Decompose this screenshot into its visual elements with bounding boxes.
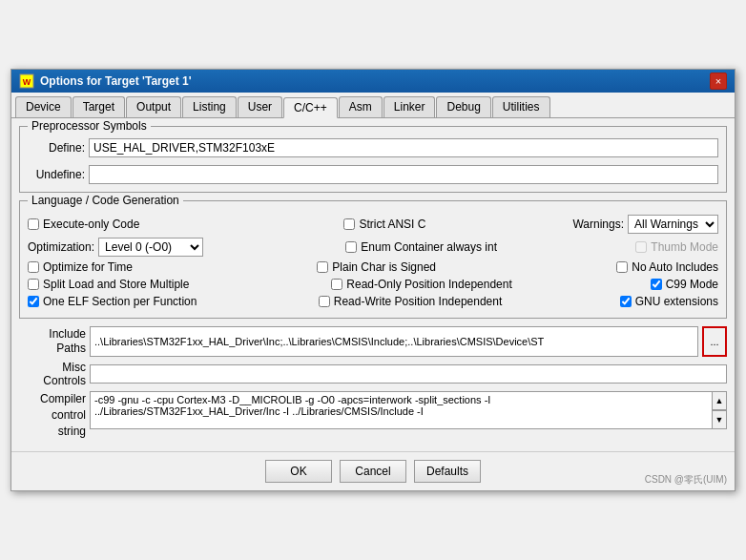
- language-group-title: Language / Code Generation: [28, 194, 183, 207]
- thumb-mode-label: Thumb Mode: [651, 240, 718, 254]
- tab-utilities[interactable]: Utilities: [492, 96, 550, 117]
- c99-mode-checkbox[interactable]: [651, 279, 662, 290]
- split-load-row: Split Load and Store Multiple: [28, 278, 189, 291]
- include-paths-label: Include Paths: [19, 327, 86, 357]
- define-label: Define:: [28, 141, 85, 155]
- warnings-row: Warnings: All Warnings No Warnings Unspe…: [572, 215, 718, 234]
- compiler-input[interactable]: -c99 -gnu -c -cpu Cortex-M3 -D__MICROLIB…: [90, 391, 727, 429]
- optimization-row: Optimization: Level 0 (-O0) Level 1 (-O1…: [28, 238, 203, 257]
- readonly-pos-label: Read-Only Position Independent: [346, 278, 511, 291]
- watermark: CSDN @零氏(UIM): [645, 473, 727, 487]
- plain-char-label: Plain Char is Signed: [332, 260, 436, 274]
- misc-row: Misc Controls: [19, 361, 727, 387]
- bottom-bar: OK Cancel Defaults CSDN @零氏(UIM): [11, 451, 735, 490]
- scroll-down-button[interactable]: ▼: [712, 410, 727, 429]
- main-window: W Options for Target 'Target 1' × Device…: [10, 69, 736, 490]
- no-auto-checkbox[interactable]: [616, 261, 628, 273]
- split-load-checkbox[interactable]: [28, 279, 39, 290]
- optimize-time-label: Optimize for Time: [43, 260, 133, 274]
- ok-button[interactable]: OK: [265, 460, 332, 483]
- optimize-time-checkbox[interactable]: [28, 261, 39, 273]
- tab-linker[interactable]: Linker: [383, 96, 436, 117]
- warnings-label: Warnings:: [572, 218, 624, 231]
- tab-debug[interactable]: Debug: [436, 96, 490, 117]
- tab-target[interactable]: Target: [73, 96, 125, 117]
- plain-char-row: Plain Char is Signed: [317, 260, 436, 274]
- undefine-label: Undefine:: [28, 168, 85, 181]
- close-button[interactable]: ×: [710, 73, 727, 90]
- cancel-button[interactable]: Cancel: [340, 460, 406, 483]
- preprocessor-group-title: Preprocessor Symbols: [28, 119, 151, 133]
- compiler-value: -c99 -gnu -c -cpu Cortex-M3 -D__MICROLIB…: [94, 394, 490, 417]
- misc-input[interactable]: [90, 364, 727, 384]
- compiler-label: Compiler control string: [19, 391, 86, 439]
- tab-output[interactable]: Output: [126, 96, 181, 117]
- include-paths-value: ..\Libraries\STM32F1xx_HAL_Driver\Inc;..…: [94, 336, 544, 347]
- include-paths-input[interactable]: ..\Libraries\STM32F1xx_HAL_Driver\Inc;..…: [90, 326, 698, 357]
- optimize-time-row: Optimize for Time: [28, 260, 133, 274]
- defaults-button[interactable]: Defaults: [414, 460, 481, 483]
- warnings-select[interactable]: All Warnings No Warnings Unspecified: [628, 215, 718, 234]
- preprocessor-group: Preprocessor Symbols Define: Undefine:: [19, 126, 727, 193]
- browse-button[interactable]: ...: [702, 326, 727, 357]
- include-paths-row: Include Paths ..\Libraries\STM32F1xx_HAL…: [19, 326, 727, 357]
- one-elf-checkbox[interactable]: [28, 296, 39, 307]
- scroll-up-button[interactable]: ▲: [712, 391, 727, 410]
- misc-label: Misc Controls: [19, 361, 86, 387]
- gnu-ext-checkbox[interactable]: [620, 296, 632, 307]
- window-title: Options for Target 'Target 1': [40, 74, 192, 88]
- plain-char-checkbox[interactable]: [317, 261, 328, 273]
- optimization-select[interactable]: Level 0 (-O0) Level 1 (-O1) Level 2 (-O2…: [98, 238, 203, 257]
- c99-mode-row: C99 Mode: [651, 278, 718, 291]
- readwrite-pos-label: Read-Write Position Independent: [334, 295, 503, 308]
- strict-ansi-row: Strict ANSI C: [343, 218, 425, 231]
- content-area: Preprocessor Symbols Define: Undefine: L…: [11, 118, 735, 450]
- strict-ansi-label: Strict ANSI C: [359, 218, 425, 231]
- define-input[interactable]: [89, 138, 718, 157]
- execute-only-checkbox[interactable]: [28, 218, 39, 230]
- browse-icon: ...: [710, 336, 718, 347]
- tab-bar: Device Target Output Listing User C/C++ …: [11, 93, 735, 118]
- one-elf-row: One ELF Section per Function: [28, 295, 197, 308]
- readwrite-pos-checkbox[interactable]: [319, 296, 330, 307]
- one-elf-label: One ELF Section per Function: [43, 295, 197, 308]
- strict-ansi-checkbox[interactable]: [343, 218, 355, 230]
- enum-container-label: Enum Container always int: [361, 240, 497, 254]
- tab-listing[interactable]: Listing: [182, 96, 237, 117]
- define-row: Define:: [28, 138, 718, 157]
- readwrite-pos-row: Read-Write Position Independent: [319, 295, 503, 308]
- thumb-mode-row: Thumb Mode: [635, 240, 718, 254]
- svg-text:W: W: [23, 77, 31, 87]
- optimization-label: Optimization:: [28, 240, 94, 254]
- app-icon: W: [19, 73, 34, 89]
- readonly-pos-checkbox[interactable]: [331, 279, 342, 290]
- thumb-mode-checkbox[interactable]: [635, 241, 647, 253]
- title-bar: W Options for Target 'Target 1' ×: [11, 70, 735, 93]
- undefine-row: Undefine:: [28, 165, 718, 184]
- enum-container-row: Enum Container always int: [345, 240, 497, 254]
- execute-only-row: Execute-only Code: [28, 218, 139, 231]
- language-group: Language / Code Generation Execute-only …: [19, 200, 727, 319]
- tab-device[interactable]: Device: [15, 96, 72, 117]
- undefine-input[interactable]: [89, 165, 718, 184]
- readonly-pos-row: Read-Only Position Independent: [331, 278, 511, 291]
- tab-user[interactable]: User: [238, 96, 282, 117]
- split-load-label: Split Load and Store Multiple: [43, 278, 189, 291]
- execute-only-label: Execute-only Code: [43, 218, 139, 231]
- no-auto-row: No Auto Includes: [616, 260, 718, 274]
- title-bar-left: W Options for Target 'Target 1': [19, 73, 192, 89]
- gnu-ext-label: GNU extensions: [635, 295, 718, 308]
- c99-mode-label: C99 Mode: [666, 278, 718, 291]
- tab-asm[interactable]: Asm: [339, 96, 383, 117]
- tab-cpp[interactable]: C/C++: [283, 97, 338, 118]
- no-auto-label: No Auto Includes: [632, 260, 718, 274]
- compiler-row: Compiler control string -c99 -gnu -c -cp…: [19, 391, 727, 439]
- enum-container-checkbox[interactable]: [345, 241, 357, 253]
- gnu-ext-row: GNU extensions: [620, 295, 718, 308]
